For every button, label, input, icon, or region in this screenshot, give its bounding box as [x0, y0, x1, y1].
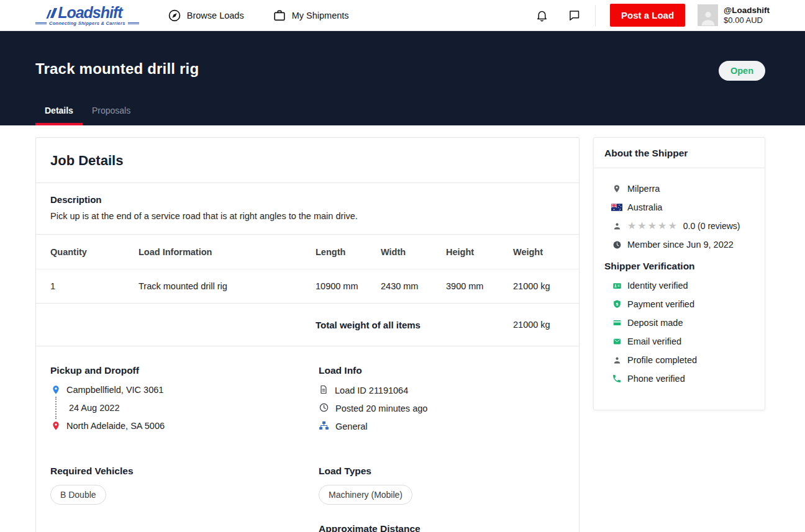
id-card-icon — [611, 281, 622, 291]
compass-icon — [168, 9, 181, 22]
tab-details[interactable]: Details — [35, 106, 83, 125]
load-types-title: Load Types — [319, 466, 565, 477]
verification-label: Email verified — [627, 336, 681, 346]
required-vehicles-title: Required Vehicles — [50, 466, 319, 477]
verification-label: Payment verified — [627, 299, 694, 309]
total-weight-value: 21000 kg — [513, 320, 565, 330]
cell-height: 3900 mm — [446, 281, 513, 291]
nav-browse-loads-label: Browse Loads — [187, 11, 244, 20]
shipper-city: Milperra — [627, 184, 660, 194]
envelope-icon — [611, 337, 622, 346]
col-height: Height — [446, 247, 513, 257]
cell-width: 2430 mm — [381, 281, 446, 291]
loadshift-logo[interactable]: Loadshift Connecting Shippers & Carriers — [35, 5, 139, 26]
rating-text: 0.0 (0 reviews) — [683, 221, 740, 231]
approximate-distance-title: Approximate Distance — [319, 523, 565, 532]
user-menu[interactable]: @Loadshift $0.00 AUD — [724, 5, 770, 25]
tab-proposals[interactable]: Proposals — [83, 106, 140, 125]
required-vehicles-block: Required Vehicles B Double — [50, 466, 319, 532]
logo-slash-icon — [50, 8, 57, 18]
table-total-row: Total weight of all items 21000 kg — [36, 303, 579, 346]
nav-browse-loads[interactable]: Browse Loads — [168, 9, 244, 22]
messages-chat-icon[interactable] — [568, 9, 581, 22]
logo-tagline: Connecting Shippers & Carriers — [49, 20, 125, 26]
member-since-clock-icon — [611, 240, 622, 250]
page-title: Track mounted drill rig — [35, 60, 199, 78]
location-pin-icon — [611, 184, 622, 194]
pickup-date: 24 Aug 2022 — [66, 403, 119, 413]
col-weight: Weight — [513, 247, 565, 257]
col-length: Length — [316, 247, 381, 257]
cell-load-information: Track mounted drill rig — [139, 281, 316, 291]
description-label: Description — [50, 194, 565, 205]
top-navbar: Loadshift Connecting Shippers & Carriers… — [0, 0, 805, 31]
nav-my-shipments[interactable]: My Shipments — [273, 9, 349, 22]
category-sitemap-icon — [319, 420, 329, 433]
cell-length: 10900 mm — [316, 281, 381, 291]
post-a-load-button[interactable]: Post a Load — [610, 4, 685, 27]
load-id-text: Load ID 21191064 — [335, 385, 408, 395]
phone-icon — [611, 374, 622, 384]
dropoff-pin-icon — [50, 420, 61, 431]
description-text: Pick up is at the end of a service road … — [50, 211, 565, 221]
posted-text: Posted 20 minutes ago — [335, 404, 427, 413]
verification-label: Phone verified — [627, 374, 685, 384]
profile-person-icon — [611, 356, 622, 365]
approximate-distance-block: Approximate Distance 734km — [319, 523, 565, 532]
cell-quantity: 1 — [50, 281, 139, 291]
svg-text:$: $ — [616, 302, 618, 306]
clock-icon — [319, 402, 329, 415]
pickup-location: Campbellfield, VIC 3061 — [66, 385, 163, 395]
job-details-card: Job Details Description Pick up is at th… — [35, 137, 580, 532]
pickup-dropoff-title: Pickup and Dropoff — [50, 365, 319, 376]
dropoff-location: North Adelaide, SA 5006 — [66, 421, 165, 431]
document-icon — [319, 384, 329, 397]
total-weight-label: Total weight of all items — [316, 320, 513, 330]
route-dotted-line — [50, 397, 61, 419]
job-details-title: Job Details — [50, 153, 565, 169]
verification-label: Profile completed — [627, 355, 697, 365]
pickup-pin-icon — [50, 384, 61, 395]
col-load-information: Load Information — [139, 247, 316, 257]
page-hero: Track mounted drill rig Open Details Pro… — [0, 31, 805, 125]
pickup-dropoff-block: Pickup and Dropoff Campbellfield, VIC 30… — [50, 365, 319, 438]
status-badge: Open — [719, 61, 765, 81]
pickup-row: Campbellfield, VIC 3061 — [50, 384, 319, 395]
category-text: General — [335, 422, 368, 431]
load-type-chip: Machinery (Mobile) — [319, 485, 412, 505]
hero-tabs: Details Proposals — [35, 106, 140, 125]
col-quantity: Quantity — [50, 247, 139, 257]
briefcase-icon — [273, 9, 286, 22]
shield-dollar-icon: $ — [611, 299, 622, 309]
user-avatar[interactable] — [698, 4, 718, 26]
notifications-bell-icon[interactable] — [535, 9, 548, 22]
shipper-country: Australia — [627, 202, 662, 212]
logo-text: Loadshift — [58, 5, 122, 20]
credit-card-icon — [611, 318, 622, 327]
load-info-title: Load Info — [319, 365, 565, 376]
person-icon — [611, 222, 622, 231]
user-handle: @Loadshift — [724, 5, 770, 16]
col-width: Width — [381, 247, 446, 257]
user-balance: $0.00 AUD — [724, 16, 770, 25]
verification-label: Identity verified — [627, 281, 688, 291]
shipper-verification-title: Shipper Verification — [604, 261, 754, 272]
table-header-row: Quantity Load Information Length Width H… — [36, 235, 579, 269]
vehicle-chip: B Double — [50, 485, 106, 505]
content-area: Job Details Description Pick up is at th… — [0, 125, 805, 532]
nav-my-shipments-label: My Shipments — [292, 11, 349, 20]
load-info-block: Load Info Load ID 21191064 Posted 20 min… — [319, 365, 565, 438]
navbar-divider — [595, 5, 596, 26]
member-since-text: Member since Jun 9, 2022 — [627, 240, 734, 250]
australia-flag-icon — [611, 204, 622, 211]
table-row: 1 Track mounted drill rig 10900 mm 2430 … — [36, 269, 579, 303]
verification-label: Deposit made — [627, 318, 683, 328]
about-shipper-card: About the Shipper Milperra Australia ★★★… — [593, 137, 765, 410]
rating-stars: ★★★★★ — [627, 221, 678, 231]
load-types-block: Load Types Machinery (Mobile) Approximat… — [319, 466, 565, 532]
about-shipper-title: About the Shipper — [604, 148, 754, 159]
dropoff-row: North Adelaide, SA 5006 — [50, 420, 319, 431]
load-items-table: Quantity Load Information Length Width H… — [36, 235, 579, 346]
cell-weight: 21000 kg — [513, 281, 565, 291]
